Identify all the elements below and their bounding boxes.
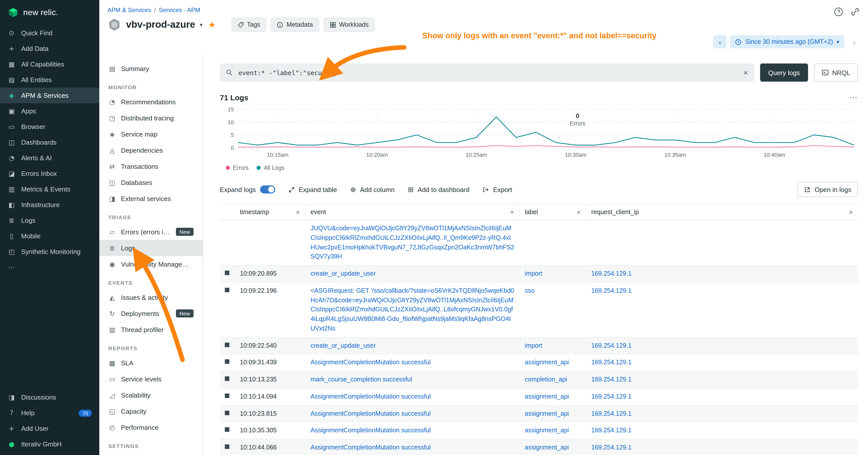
ip-link[interactable]: 169.254.129.1 <box>591 444 631 451</box>
event-link[interactable]: AssignmentCompletionMutation successful <box>310 359 431 366</box>
time-range-button[interactable]: Since 30 minutes ago (GMT+2) ▾ <box>730 35 844 48</box>
subnav-item[interactable]: ◫ Databases <box>99 174 203 191</box>
subnav-item[interactable]: ◬ Dependencies <box>99 142 203 158</box>
add-to-dashboard-button[interactable]: ⊞ Add to dashboard <box>408 186 469 194</box>
sidebar-item[interactable]: + Add Data <box>0 41 99 57</box>
subnav-item[interactable]: ▱ Errors (errors inb... New <box>99 224 203 240</box>
row-checkbox[interactable] <box>225 359 229 364</box>
subnav-item[interactable]: ⇄ Transactions <box>99 158 203 174</box>
ip-link[interactable]: 169.254.129.1 <box>591 287 631 294</box>
row-checkbox[interactable] <box>225 393 229 398</box>
sidebar-item[interactable]: ◧ Infrastructure <box>0 197 99 213</box>
event-link[interactable]: JUQVU&code=eyJraWQiOiJjcGltY29yZV8wOTl1M… <box>310 225 515 260</box>
subnav-item[interactable]: ◱ Capacity <box>99 403 203 419</box>
table-row[interactable]: 10:10:23.815 AssignmentCompletionMutatio… <box>220 405 858 422</box>
time-forward-button[interactable]: › <box>848 35 861 48</box>
sidebar-item[interactable]: ◔ Alerts & AI <box>0 150 99 166</box>
more-options-icon[interactable]: ⋯ <box>849 93 858 102</box>
sidebar-footer-item[interactable]: ? Help 70 <box>0 405 99 421</box>
label-link[interactable]: completion_api <box>525 376 567 383</box>
label-link[interactable]: assignment_api <box>525 359 569 366</box>
event-link[interactable]: create_or_update_user <box>310 342 376 349</box>
table-row[interactable]: 10:10:14.094 AssignmentCompletionMutatio… <box>220 389 858 405</box>
ip-link[interactable]: 169.254.129.1 <box>591 270 631 277</box>
label-link[interactable]: import <box>525 342 542 349</box>
sidebar-item[interactable]: ▭ Browser <box>0 119 99 134</box>
remove-column-icon[interactable]: × <box>577 208 581 216</box>
sidebar-item[interactable]: ◰ Synthetic Monitoring <box>0 244 99 260</box>
row-checkbox[interactable] <box>225 343 229 347</box>
tags-button[interactable]: Tags <box>231 18 267 32</box>
table-row[interactable]: 10:09:31.439 AssignmentCompletionMutatio… <box>220 355 858 371</box>
breadcrumb-link-apm-services[interactable]: APM & Services <box>107 6 151 13</box>
open-in-logs-button[interactable]: Open in logs <box>798 182 858 197</box>
subnav-item[interactable]: ≣ Logs <box>99 240 203 256</box>
log-query-bar[interactable]: × <box>220 64 754 82</box>
table-column-header[interactable]: event × <box>306 204 520 220</box>
breadcrumb-link-services-apm[interactable]: Services - APM <box>159 6 200 13</box>
row-checkbox[interactable] <box>225 427 229 432</box>
table-column-header[interactable]: timestamp × <box>235 204 306 220</box>
subnav-item[interactable]: ◳ Distributed tracing <box>99 110 203 126</box>
table-row[interactable]: 10:09:20.895 create_or_update_user impor… <box>220 265 858 283</box>
subnav-item[interactable]: ▭ Service levels <box>99 371 203 387</box>
nrql-button[interactable]: NRQL <box>814 64 858 82</box>
label-link[interactable]: assignment_api <box>525 393 569 400</box>
query-logs-button[interactable]: Query logs <box>760 64 808 82</box>
ip-link[interactable]: 169.254.129.1 <box>591 393 631 400</box>
sidebar-item[interactable]: ▥ Metrics & Events <box>0 182 99 197</box>
help-icon[interactable] <box>834 7 843 17</box>
toggle-on-icon[interactable] <box>260 186 275 194</box>
subnav-item[interactable]: ◉ Vulnerability Management <box>99 256 203 272</box>
sidebar-item[interactable]: ◪ Errors Inbox <box>0 166 99 182</box>
remove-column-icon[interactable]: × <box>849 208 853 216</box>
sidebar-item[interactable]: ◫ Dashboards <box>0 134 99 150</box>
event-link[interactable]: <ASGIRequest: GET '/sso/callback/?state=… <box>310 287 514 332</box>
remove-column-icon[interactable]: × <box>510 208 514 216</box>
sidebar-item[interactable]: ▯ Mobile <box>0 228 99 244</box>
time-back-button[interactable]: ‹ <box>713 35 726 48</box>
sidebar-item[interactable]: ▤ All Entities <box>0 72 99 88</box>
subnav-item[interactable]: ▥ Thread profiler <box>99 322 203 337</box>
table-row[interactable]: 10:10:44.066 AssignmentCompletionMutatio… <box>220 440 858 455</box>
clear-query-icon[interactable]: × <box>743 68 748 77</box>
export-button[interactable]: Export <box>483 186 512 193</box>
copy-link-icon[interactable] <box>850 7 860 17</box>
favorite-star-icon[interactable]: ★ <box>208 20 216 30</box>
row-checkbox[interactable] <box>225 270 229 275</box>
add-column-button[interactable]: ⊕ Add column <box>350 186 395 194</box>
event-link[interactable]: create_or_update_user <box>310 270 376 277</box>
sidebar-footer-item[interactable]: ● Iterativ GmbH <box>0 436 99 452</box>
subnav-item[interactable]: ◈ Service map <box>99 126 203 142</box>
event-link[interactable]: AssignmentCompletionMutation successful <box>310 410 431 417</box>
subnav-item[interactable]: ▤ Summary <box>99 61 203 76</box>
label-link[interactable]: assignment_api <box>525 444 569 451</box>
sidebar-footer-item[interactable]: + Add User <box>0 421 99 436</box>
sidebar-item[interactable]: ◈ APM & Services <box>0 88 99 103</box>
subnav-item[interactable]: ◨ External services <box>99 191 203 206</box>
label-link[interactable]: sso <box>525 287 534 294</box>
sidebar-footer-item[interactable]: ◨ Discussions <box>0 390 99 405</box>
table-row[interactable]: 10:09:22.196 <ASGIRequest: GET '/sso/cal… <box>220 283 858 337</box>
chevron-down-icon[interactable]: ▾ <box>200 22 203 28</box>
label-link[interactable]: import <box>525 270 542 277</box>
legend-item[interactable]: All Logs <box>257 165 284 171</box>
subnav-item[interactable]: ◭ Issues & activity <box>99 289 203 305</box>
subnav-item[interactable]: ◿ Scalability <box>99 387 203 403</box>
subnav-item[interactable]: ◔ Recommendations <box>99 94 203 110</box>
table-column-header[interactable]: label × <box>520 204 586 220</box>
event-link[interactable]: AssignmentCompletionMutation successful <box>310 393 431 400</box>
log-query-input[interactable] <box>238 68 739 77</box>
new-relic-logo[interactable]: new relic. <box>0 0 99 25</box>
table-row[interactable]: JUQVU&code=eyJraWQiOiJjcGltY29yZV8wOTl1M… <box>220 220 858 265</box>
label-link[interactable]: assignment_api <box>525 410 569 417</box>
event-link[interactable]: AssignmentCompletionMutation successful <box>310 427 431 434</box>
sidebar-item[interactable]: ▣ Apps <box>0 103 99 119</box>
ip-link[interactable]: 169.254.129.1 <box>591 427 631 434</box>
expand-logs-toggle[interactable]: Expand logs <box>220 186 275 194</box>
legend-item[interactable]: Errors <box>226 165 249 171</box>
table-row[interactable]: 10:10:35.305 AssignmentCompletionMutatio… <box>220 422 858 440</box>
ip-link[interactable]: 169.254.129.1 <box>591 342 631 349</box>
ip-link[interactable]: 169.254.129.1 <box>591 359 631 366</box>
sidebar-item[interactable]: ▦ All Capabilities <box>0 57 99 72</box>
